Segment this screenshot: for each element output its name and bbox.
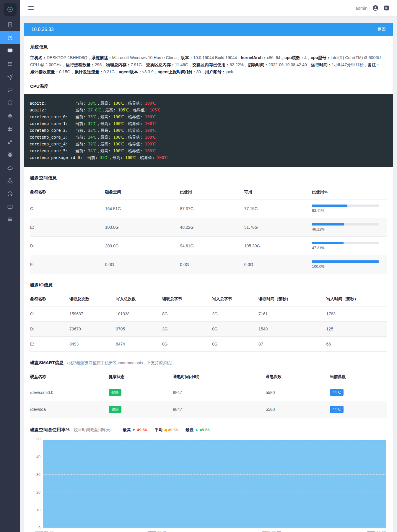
sidebar-item-link[interactable]	[0, 135, 20, 148]
disk-io-header-row: 盘符名称读取总次数写入总次数读取总字节写入总字节读取时间（毫秒）写入时间（毫秒）	[30, 292, 387, 306]
disk-io-row: E:849384740G0G8766	[30, 337, 387, 352]
usage-progressbar	[312, 260, 379, 263]
logout-icon[interactable]	[383, 5, 389, 11]
health-badge: 健康	[109, 389, 121, 396]
disk-io-table: 盘符名称读取总次数写入总次数读取总字节写入总字节读取时间（毫秒）写入时间（毫秒）…	[30, 292, 387, 352]
column-header: 磁盘空间	[105, 185, 180, 200]
column-header: 写入总字节	[212, 292, 258, 306]
username[interactable]: admin	[355, 6, 367, 11]
user-avatar-icon[interactable]	[372, 5, 379, 11]
usage-percent-label: 48.22%	[312, 227, 385, 231]
disk-device-name: /dev/csmi0.0	[30, 384, 109, 401]
wgcloud-logo-icon	[6, 6, 14, 13]
y-axis-tick-label: 30	[32, 473, 40, 477]
chart-gridline	[43, 457, 386, 457]
cpu-temp-line: acpitz: 当前: 30℃，最高: 100℃，临界值: 100℃	[30, 100, 388, 107]
sidebar-item-topology[interactable]	[0, 174, 20, 187]
topbar: admin	[20, 0, 397, 16]
sidebar-item-host-monitor[interactable]	[0, 44, 20, 57]
send-icon	[7, 74, 13, 80]
system-info-text: 主机名：DESKTOP-1BHHD8Q，系统描述：Microsoft Windo…	[30, 54, 387, 75]
apps-grid-icon	[7, 152, 13, 158]
usage-progressbar	[312, 205, 379, 207]
section-title-system-info: 系统信息	[30, 44, 387, 50]
book-icon	[7, 22, 13, 28]
cpu-temp-line: coretemp_package_id_0: 当前: 35℃，最高: 100℃，…	[30, 154, 388, 161]
usage-progressbar	[312, 223, 379, 226]
column-header: 可用	[244, 185, 312, 200]
column-header: 写入总次数	[116, 292, 162, 306]
column-header: 盘符名称	[30, 292, 69, 306]
y-axis-tick-label: 20	[32, 490, 40, 494]
sidebar-item-dashboard[interactable]	[0, 31, 20, 44]
drive-name: D:	[30, 237, 105, 255]
menu-toggle-icon[interactable]	[28, 4, 34, 12]
sidebar	[0, 0, 20, 532]
chart-area-series	[43, 440, 386, 528]
column-header: 已使用	[180, 185, 244, 200]
smart-title: 磁盘SMART信息	[30, 360, 64, 365]
table-icon	[7, 126, 13, 132]
sidebar-item-send[interactable]	[0, 70, 20, 83]
sidebar-item-cloud[interactable]	[0, 161, 20, 174]
disk-usage-chart: 01020304050 2022-06-202022-06-212022-06-…	[30, 439, 387, 532]
host-detail-panel: 10.0.36.33 返回 系统信息 主机名：DESKTOP-1BHHD8Q，系…	[24, 23, 393, 532]
task-list-icon	[7, 61, 13, 67]
docker-icon	[7, 113, 13, 119]
y-axis-tick-label: 10	[32, 508, 40, 512]
link-icon	[7, 139, 13, 145]
server-stack-icon	[7, 217, 13, 223]
sidebar-item-server[interactable]	[0, 213, 20, 226]
chart-stat: 最低 ▲ 49.56	[186, 428, 210, 432]
x-axis-tick-label: 2022-06-20	[35, 531, 53, 532]
smart-subtitle: （此功能需要在监控主机安装smartmontools，不支持虚拟机）	[65, 361, 175, 365]
x-axis-tick-label: 2022-06-22	[262, 531, 281, 532]
cpu-temp-line: acpitz: 当前: 27.8℃，最高: 105℃，临界值: 105℃	[30, 107, 388, 113]
chart-gridline	[43, 510, 386, 510]
disk-io-tbody: C:1596371013388G2G71611783D:7967997053G0…	[30, 306, 387, 352]
sidebar-item-task-list[interactable]	[0, 57, 20, 70]
cpu-temp-line: coretemp_core_4: 当前: 32℃，最高: 100℃，临界值: 1…	[30, 141, 388, 147]
sidebar-item-overview[interactable]	[0, 18, 20, 31]
drive-name: E:	[30, 218, 105, 237]
temperature-badge: 44℃	[330, 389, 344, 396]
chart-title: 磁盘空间总使用率%	[30, 427, 69, 433]
back-button[interactable]: 返回	[378, 27, 386, 32]
column-header: 硬盘名称	[30, 370, 109, 384]
topology-icon	[7, 178, 13, 184]
sidebar-item-security[interactable]	[0, 96, 20, 109]
chart-x-labels: 2022-06-202022-06-212022-06-222022-06-23	[43, 531, 386, 532]
y-axis-tick-label: 40	[32, 455, 40, 459]
sidebar-item-display[interactable]	[0, 200, 20, 213]
smart-tbody: /dev/csmi0.0 健康 8847 5580 44℃ /dev/sda 健…	[30, 384, 387, 418]
sidebar-item-apps[interactable]	[0, 148, 20, 161]
chart-stat: 平均 ◀ 49.56	[155, 428, 178, 432]
disk-io-row: D:7967997053G0G1549125	[30, 322, 387, 337]
disk-io-row: C:1596371013388G2G71611783	[30, 306, 387, 322]
sidebar-item-pie[interactable]	[0, 187, 20, 200]
cpu-temp-line: coretemp_core_5: 当前: 34℃，最高: 100℃，临界值: 1…	[30, 147, 388, 154]
disk-space-header-row: 盘符名称磁盘空间已使用可用已使用%	[30, 185, 387, 200]
monitor-icon	[7, 48, 13, 54]
sidebar-item-docker[interactable]	[0, 109, 20, 122]
chart-gridline	[43, 528, 386, 528]
column-header: 当前温度	[330, 370, 387, 384]
display-icon	[7, 204, 13, 210]
column-header: 通电时间(小时)	[173, 370, 266, 384]
disk-space-table: 盘符名称磁盘空间已使用可用已使用% C: 164.51G 87.37G 77.1…	[30, 185, 387, 274]
chart-stat: 最高 ▼ 49.56	[123, 428, 147, 432]
shield-icon	[7, 100, 13, 106]
smart-table: 硬盘名称健康状态通电时间(小时)通电次数当前温度 /dev/csmi0.0 健康…	[30, 370, 387, 418]
cpu-temp-line: coretemp_core_1: 当前: 32℃，最高: 100℃，临界值: 1…	[30, 120, 388, 127]
smart-row: /dev/csmi0.0 健康 8847 5580 44℃	[30, 384, 387, 401]
usage-percent-label: 53.11%	[312, 209, 385, 213]
app-logo[interactable]	[4, 3, 17, 16]
disk-space-row: C: 164.51G 87.37G 77.15G 53.11%	[30, 200, 387, 218]
usage-percent-label: 100.0%	[312, 265, 385, 269]
sidebar-item-message[interactable]	[0, 83, 20, 96]
disk-device-name: /dev/sda	[30, 401, 109, 418]
chart-plot: 01020304050	[43, 439, 386, 528]
chart-stats: 最高 ▼ 49.56平均 ◀ 49.56最低 ▲ 49.56	[123, 427, 217, 433]
x-axis-tick-label: 2022-06-23	[367, 531, 386, 532]
sidebar-item-table[interactable]	[0, 122, 20, 135]
